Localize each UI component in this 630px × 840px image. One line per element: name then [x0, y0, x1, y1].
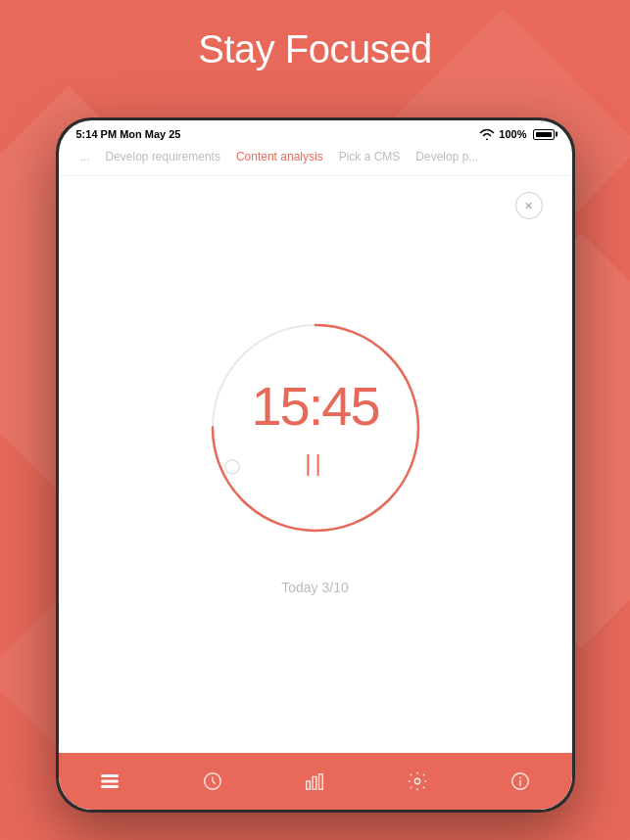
timer-time: 15:45 [251, 379, 378, 434]
svg-rect-3 [102, 775, 119, 777]
list-icon [99, 770, 121, 792]
nav-chart[interactable] [295, 762, 334, 801]
device-screen: 5:14 PM Mon May 25 100% ... Develop requ… [59, 120, 572, 810]
info-icon [509, 770, 531, 792]
battery-icon [533, 129, 555, 140]
nav-settings[interactable] [398, 762, 437, 801]
nav-info[interactable] [501, 762, 540, 801]
settings-icon [407, 770, 428, 792]
svg-rect-7 [307, 781, 311, 789]
status-right: 100% [479, 128, 554, 140]
tab-develop-requirements[interactable]: Develop requirements [98, 146, 228, 167]
tab-pick-cms[interactable]: Pick a CMS [331, 146, 409, 167]
clock-icon [202, 770, 223, 792]
battery-label: 100% [499, 128, 526, 140]
svg-rect-9 [319, 774, 323, 790]
svg-rect-5 [102, 786, 119, 788]
today-counter: Today 3/10 [281, 580, 349, 595]
timer-display: 15:45 || [203, 315, 428, 540]
timer-container: 15:45 || [203, 315, 428, 540]
svg-point-10 [415, 778, 421, 784]
status-bar: 5:14 PM Mon May 25 100% [59, 120, 572, 144]
nav-list[interactable] [90, 762, 129, 801]
tab-develop-p[interactable]: Develop p... [408, 146, 486, 167]
main-content: × 15:45 || Today 3/10 [59, 176, 572, 753]
close-button[interactable]: × [515, 192, 543, 219]
tab-item-0[interactable]: ... [73, 146, 98, 167]
status-time: 5:14 PM Mon May 25 [76, 128, 181, 140]
wifi-icon [479, 128, 495, 140]
svg-rect-4 [102, 780, 119, 782]
task-tabs: ... Develop requirements Content analysi… [59, 144, 572, 176]
tab-content-analysis[interactable]: Content analysis [228, 146, 331, 167]
page-title: Stay Focused [0, 27, 630, 71]
chart-icon [304, 770, 325, 792]
nav-clock[interactable] [193, 762, 232, 801]
svg-rect-8 [314, 776, 317, 789]
pause-icon[interactable]: || [305, 449, 324, 477]
bottom-nav [59, 753, 572, 810]
device-frame: 5:14 PM Mon May 25 100% ... Develop requ… [56, 117, 575, 813]
